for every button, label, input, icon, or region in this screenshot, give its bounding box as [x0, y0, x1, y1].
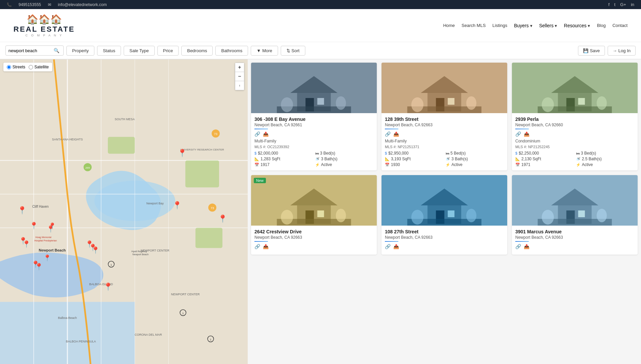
listing-link-button[interactable]: 🔗	[515, 244, 521, 249]
listing-mls: MLS #: NP21252245	[515, 145, 634, 149]
nav-home[interactable]: Home	[443, 23, 455, 28]
price-value: $2,000,000	[258, 151, 278, 156]
svg-text:NEWPORT CENTER: NEWPORT CENTER	[171, 293, 200, 296]
listing-image-4: New	[251, 175, 377, 226]
main-layout: 73 73 265 SOUTH MESA SANTA ANA HEIGHTS U…	[0, 59, 641, 364]
listing-link-button[interactable]: 🔗	[385, 244, 391, 249]
listing-share-button[interactable]: 📤	[263, 131, 269, 137]
svg-text:Hyatt Regency: Hyatt Regency	[131, 250, 147, 253]
listing-type: Condominium	[515, 139, 634, 143]
login-button[interactable]: → Log In	[608, 46, 636, 56]
listing-year: 📅 1971	[515, 162, 574, 167]
status-icon: ⚡	[576, 163, 581, 167]
listing-share-button[interactable]: 📤	[393, 244, 399, 249]
svg-text:Hospital Presbyterian: Hospital Presbyterian	[34, 239, 57, 242]
listing-share-button[interactable]: 📤	[524, 131, 529, 137]
email-address[interactable]: info@elevatednetwork.com	[58, 2, 107, 7]
svg-text:Newport Beach: Newport Beach	[132, 253, 149, 256]
svg-point-88	[281, 210, 293, 225]
listing-address: 306 -308 E Bay Avenue	[254, 117, 373, 122]
nav-resources[interactable]: Resources ▾	[564, 23, 590, 28]
svg-rect-86	[317, 210, 324, 217]
sqft-value: 3,193 SqFt	[391, 157, 411, 161]
nav-contact[interactable]: Contact	[612, 23, 628, 28]
search-button[interactable]: 🔍	[52, 47, 61, 54]
sort-button[interactable]: ⇅ Sort	[281, 46, 305, 56]
listing-status: ⚡ Active	[315, 162, 374, 167]
zoom-out-button[interactable]: −	[235, 72, 244, 81]
nav-blog[interactable]: Blog	[597, 23, 606, 28]
listing-card-4[interactable]: New 2642 Crestview Drive Newport Beach, …	[251, 175, 377, 255]
more-filter-button[interactable]: ▼ More	[251, 46, 278, 56]
filter-icon: ▼	[256, 48, 261, 53]
listing-card-1[interactable]: 306 -308 E Bay Avenue Newport Beach, CA …	[251, 63, 377, 170]
listing-link-button[interactable]: 🔗	[515, 131, 521, 137]
google-plus-icon[interactable]: G+	[620, 2, 626, 7]
bathrooms-filter-button[interactable]: Bathrooms	[215, 46, 248, 56]
save-button[interactable]: 💾 Save	[578, 46, 605, 56]
status-value: Active	[452, 162, 463, 167]
phone-icon: 📞	[7, 2, 12, 7]
nav-search-mls[interactable]: Search MLS	[462, 23, 486, 28]
bath-icon: 🚿	[315, 157, 320, 161]
bed-icon: 🛏	[315, 151, 319, 155]
listing-card-3[interactable]: 2939 Perla Newport Beach, CA 92660 🔗 📤 C…	[512, 63, 638, 170]
listing-status: ⚡ Active	[576, 162, 635, 167]
zoom-in-button[interactable]: +	[235, 63, 244, 72]
listing-sqft: 📐 1,283 SqFt	[254, 157, 313, 161]
satellite-radio[interactable]	[29, 65, 33, 69]
price-filter-button[interactable]: Price	[157, 46, 179, 56]
sale-type-filter-button[interactable]: Sale Type	[124, 46, 155, 56]
listing-share-button[interactable]: 📤	[263, 244, 269, 249]
listing-divider	[515, 129, 529, 129]
listing-city-state: Newport Beach, CA 92663	[515, 235, 634, 240]
svg-text:1: 1	[111, 263, 112, 266]
svg-text:1: 1	[210, 338, 212, 341]
search-input[interactable]	[8, 48, 52, 53]
nav-sellers[interactable]: Sellers ▾	[539, 23, 557, 28]
sqft-value: 1,283 SqFt	[261, 157, 280, 161]
svg-text:Cliff Haven: Cliff Haven	[32, 205, 49, 208]
sqft-icon: 📐	[254, 157, 259, 161]
nav-listings[interactable]: Listings	[492, 23, 507, 28]
svg-text:📍: 📍	[178, 148, 187, 158]
beds-value: 5 Bed(s)	[451, 151, 466, 156]
price-icon: $	[515, 151, 517, 155]
bed-icon: 🛏	[576, 151, 580, 155]
streets-radio-label[interactable]: Streets	[7, 65, 25, 69]
facebook-icon[interactable]: f	[608, 2, 610, 7]
listing-city-state: Newport Beach, CA 92663	[254, 235, 373, 240]
linkedin-icon[interactable]: in	[631, 2, 634, 7]
listing-share-button[interactable]: 📤	[524, 244, 529, 249]
listing-price: $ $2,950,000	[385, 151, 444, 156]
satellite-radio-label[interactable]: Satellite	[29, 65, 49, 69]
svg-point-81	[597, 96, 607, 110]
listing-link-button[interactable]: 🔗	[254, 131, 260, 137]
zoom-north-button[interactable]: ↑	[235, 81, 244, 90]
status-filter-button[interactable]: Status	[97, 46, 121, 56]
property-filter-button[interactable]: Property	[66, 46, 94, 56]
bath-icon: 🚿	[446, 157, 450, 161]
price-value: $2,950,000	[388, 151, 408, 156]
listing-link-button[interactable]: 🔗	[254, 244, 260, 249]
twitter-icon[interactable]: t	[614, 2, 616, 7]
svg-point-105	[597, 209, 607, 222]
baths-value: 2.5 Bath(s)	[582, 157, 602, 161]
login-icon: →	[613, 48, 617, 53]
listing-link-button[interactable]: 🔗	[385, 131, 391, 137]
svg-rect-94	[448, 210, 455, 217]
logo-subtext: C O M P A N Y	[25, 34, 63, 37]
listing-card-2[interactable]: 128 39th Street Newport Beach, CA 92663 …	[381, 63, 507, 170]
nav-buyers[interactable]: Buyers ▾	[514, 23, 532, 28]
bedrooms-filter-button[interactable]: Bedrooms	[181, 46, 213, 56]
listing-card-5[interactable]: 108 27th Street Newport Beach, CA 92663 …	[381, 175, 507, 255]
status-value: Active	[321, 162, 332, 167]
listing-share-button[interactable]: 📤	[393, 131, 399, 137]
streets-radio[interactable]	[7, 65, 11, 69]
listing-beds: 🛏 5 Bed(s)	[446, 151, 504, 156]
svg-text:1: 1	[182, 312, 184, 315]
svg-point-89	[336, 209, 346, 222]
phone-number[interactable]: 9495153555	[19, 2, 41, 7]
listing-card-6[interactable]: 3901 Marcus Avenue Newport Beach, CA 926…	[512, 175, 638, 255]
listing-address: 128 39th Street	[385, 117, 504, 122]
